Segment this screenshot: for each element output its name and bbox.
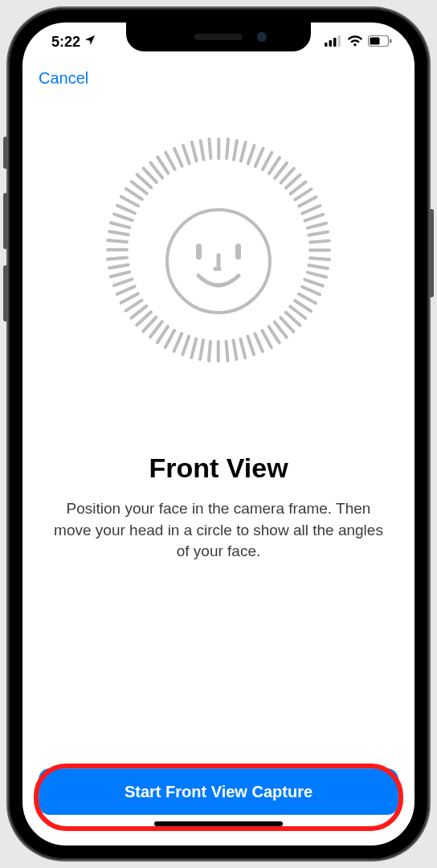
face-eye-icon bbox=[196, 244, 202, 260]
face-nose-icon bbox=[217, 253, 221, 269]
status-time: 5:22 bbox=[51, 34, 80, 51]
svg-rect-1 bbox=[329, 40, 333, 47]
page-subtitle: Position your face in the camera frame. … bbox=[47, 498, 390, 563]
screen: 5:22 bbox=[22, 23, 415, 845]
svg-rect-5 bbox=[370, 37, 380, 44]
location-services-icon bbox=[84, 34, 96, 51]
start-capture-button[interactable]: Start Front View Capture bbox=[39, 768, 398, 815]
notch bbox=[126, 23, 311, 51]
wifi-icon bbox=[347, 34, 363, 51]
phone-frame: 5:22 bbox=[8, 8, 429, 860]
cancel-button[interactable]: Cancel bbox=[39, 69, 88, 87]
face-smile-icon bbox=[194, 272, 243, 292]
svg-rect-2 bbox=[333, 38, 337, 47]
face-eye-icon bbox=[235, 244, 241, 260]
battery-icon bbox=[368, 34, 392, 51]
bottom-bar: Start Front View Capture bbox=[22, 768, 415, 845]
volume-down-button bbox=[3, 265, 8, 321]
svg-rect-6 bbox=[390, 39, 392, 43]
volume-up-button bbox=[3, 193, 8, 249]
nav-bar: Cancel bbox=[22, 61, 415, 96]
face-outline-icon bbox=[165, 208, 272, 314]
silence-switch bbox=[3, 137, 8, 169]
power-button bbox=[429, 209, 434, 297]
cellular-signal-icon bbox=[325, 34, 342, 51]
content: Front View Position your face in the cam… bbox=[22, 96, 415, 768]
face-capture-area bbox=[82, 125, 355, 398]
home-indicator[interactable] bbox=[154, 821, 283, 826]
svg-rect-0 bbox=[325, 43, 328, 47]
svg-rect-3 bbox=[338, 35, 341, 47]
page-title: Front View bbox=[149, 452, 288, 484]
